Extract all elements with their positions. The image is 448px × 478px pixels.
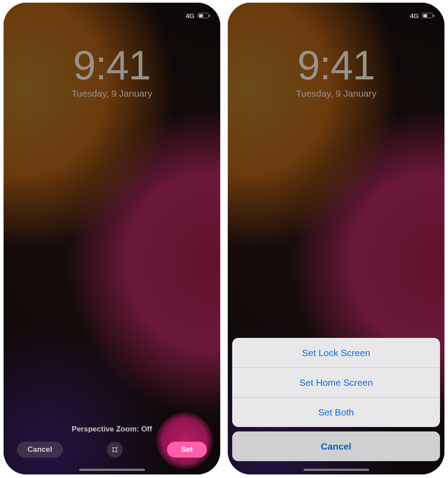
action-sheet: Set Lock Screen Set Home Screen Set Both… [232,338,440,466]
clock-time: 9:41 [4,45,220,86]
home-indicator[interactable] [79,469,145,471]
phone-right-action-sheet: 4G 9:41 Tuesday, 9 January Set Lock Scre… [228,3,444,474]
lock-clock: 9:41 Tuesday, 9 January [228,45,444,99]
set-both-button[interactable]: Set Both [232,397,440,427]
set-button[interactable]: Set [167,442,207,458]
lock-clock: 9:41 Tuesday, 9 January [4,45,220,99]
network-label: 4G [410,12,419,20]
svg-rect-0 [113,448,117,451]
clock-time: 9:41 [228,45,444,86]
set-lock-screen-button[interactable]: Set Lock Screen [232,338,440,368]
clock-date: Tuesday, 9 January [4,88,220,99]
status-bar: 4G [4,9,220,22]
home-indicator[interactable] [304,469,369,471]
action-sheet-options: Set Lock Screen Set Home Screen Set Both [232,338,440,427]
battery-icon [422,13,433,18]
set-home-screen-button[interactable]: Set Home Screen [232,368,440,397]
battery-icon [198,13,209,18]
perspective-icon [111,446,118,453]
cancel-button[interactable]: Cancel [17,442,63,458]
perspective-zoom-label: Perspective Zoom: Off [17,425,207,434]
network-label: 4G [186,12,195,20]
perspective-toggle-button[interactable] [107,442,123,458]
action-sheet-cancel-button[interactable]: Cancel [232,431,440,461]
action-sheet-cancel-group: Cancel [232,431,440,461]
status-bar: 4G [228,9,444,22]
control-row: Cancel Set [17,442,207,458]
phone-left-wallpaper-preview: 4G 9:41 Tuesday, 9 January Perspective Z… [4,3,220,474]
clock-date: Tuesday, 9 January [228,88,444,99]
wallpaper-bottom-controls: Perspective Zoom: Off Cancel Set [4,425,220,474]
